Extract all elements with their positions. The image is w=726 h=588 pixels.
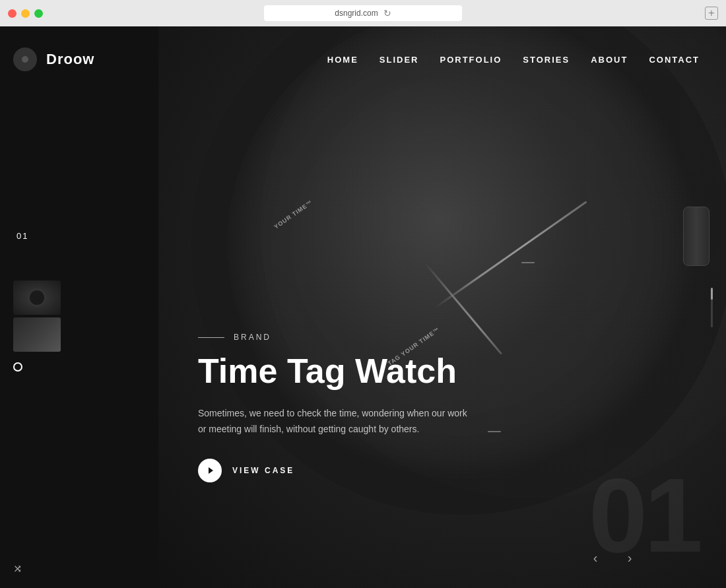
nav-link-about[interactable]: ABOUT	[591, 55, 628, 65]
logo-text[interactable]: Droow	[46, 51, 94, 68]
minimize-button[interactable]	[21, 9, 30, 18]
nav-item-home[interactable]: HOME	[327, 53, 358, 65]
logo-icon	[22, 56, 28, 63]
hero-title: Time Tag Watch	[198, 352, 475, 390]
logo-circle	[13, 48, 37, 71]
window-chrome: dsngrid.com ↻ +	[0, 0, 726, 26]
nav-item-stories[interactable]: STORIES	[523, 53, 570, 65]
share-icon[interactable]: ⤨	[13, 562, 22, 575]
sidebar: Droow 01 ⤨	[0, 26, 158, 588]
traffic-lights	[8, 9, 43, 18]
hero-description: Sometimes, we need to check the time, wo…	[198, 406, 475, 438]
prev-arrow[interactable]: ‹	[585, 547, 606, 568]
url-text: dsngrid.com	[335, 9, 378, 18]
site-nav: HOME SLIDER PORTFOLIO STORIES ABOUT CONT…	[158, 26, 726, 92]
view-case-button[interactable]: VIEW CASE	[198, 459, 475, 482]
slider-dot[interactable]	[13, 362, 22, 372]
site-wrapper: Droow 01 ⤨	[0, 26, 726, 588]
sidebar-slide-number: 01	[13, 231, 145, 241]
close-button[interactable]	[8, 9, 16, 18]
thumbnail-1[interactable]	[13, 280, 61, 315]
nav-link-portfolio[interactable]: PORTFOLIO	[440, 55, 502, 65]
next-arrow[interactable]: ›	[619, 547, 640, 568]
maximize-button[interactable]	[34, 9, 43, 18]
main-content: YOUR TIME™ TAG YOUR TIME™ HOME SLIDER PO…	[158, 26, 726, 588]
sidebar-content: 01	[0, 92, 158, 549]
thumbnail-2[interactable]	[13, 317, 61, 352]
nav-arrows: ‹ ›	[585, 547, 640, 568]
btn-arrow-circle	[198, 459, 222, 482]
sidebar-thumbnails	[13, 280, 145, 372]
new-tab-button[interactable]: +	[705, 7, 718, 20]
hero-text: BRAND Time Tag Watch Sometimes, we need …	[198, 333, 475, 482]
arrow-icon	[209, 467, 213, 474]
nav-links: HOME SLIDER PORTFOLIO STORIES ABOUT CONT…	[327, 53, 700, 65]
nav-item-about[interactable]: ABOUT	[591, 53, 628, 65]
scroll-indicator	[711, 288, 713, 327]
btn-label: VIEW CASE	[232, 466, 294, 475]
nav-link-home[interactable]: HOME	[327, 55, 358, 65]
brand-line	[198, 337, 224, 338]
nav-link-stories[interactable]: STORIES	[523, 55, 570, 65]
nav-item-contact[interactable]: CONTACT	[649, 53, 700, 65]
nav-link-slider[interactable]: SLIDER	[380, 55, 419, 65]
site-header: Droow	[0, 26, 158, 92]
nav-item-portfolio[interactable]: PORTFOLIO	[440, 53, 502, 65]
indicator-line-2	[488, 431, 501, 432]
refresh-icon[interactable]: ↻	[383, 8, 391, 18]
address-bar[interactable]: dsngrid.com ↻	[264, 5, 462, 21]
nav-item-slider[interactable]: SLIDER	[380, 53, 419, 65]
scroll-indicator-fill	[711, 288, 713, 300]
sidebar-bottom: ⤨	[0, 549, 158, 588]
watch-crown	[683, 207, 710, 266]
watch-icon-small	[28, 288, 46, 307]
brand-text: BRAND	[234, 333, 271, 342]
brand-label: BRAND	[198, 333, 475, 342]
nav-link-contact[interactable]: CONTACT	[649, 55, 700, 65]
